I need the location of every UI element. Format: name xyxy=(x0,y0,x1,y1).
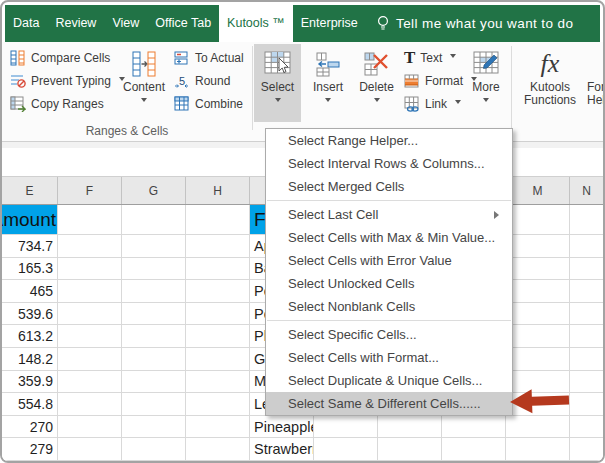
amount-cell[interactable]: 734.7 xyxy=(2,235,58,257)
menu-item-select-range-helper[interactable]: Select Range Helper... xyxy=(266,129,512,152)
menu-separator xyxy=(267,200,511,201)
to-actual-label: To Actual xyxy=(195,51,244,65)
amount-header-cell[interactable]: Amount xyxy=(2,205,58,234)
menu-item-select-duplicate-unique-cells[interactable]: Select Duplicate & Unique Cells... xyxy=(266,369,512,392)
round-button[interactable]: 5 Round xyxy=(174,70,230,91)
empty-cell[interactable] xyxy=(58,303,122,325)
empty-cell[interactable] xyxy=(58,205,122,234)
empty-cell[interactable] xyxy=(58,348,122,370)
text-icon: T xyxy=(404,48,415,68)
tab-data[interactable]: Data xyxy=(5,5,47,42)
empty-cell[interactable] xyxy=(58,258,122,280)
tab-enterprise[interactable]: Enterprise xyxy=(293,5,366,42)
empty-cell[interactable] xyxy=(58,371,122,393)
tab-office-tab[interactable]: Office Tab xyxy=(147,5,219,42)
amount-cell[interactable]: 279 xyxy=(2,438,58,460)
menu-item-select-cells-with-format[interactable]: Select Cells with Format... xyxy=(266,346,512,369)
column-header-h[interactable]: H xyxy=(186,177,250,204)
empty-cell[interactable] xyxy=(122,393,186,415)
empty-cell[interactable] xyxy=(122,438,186,460)
amount-cell[interactable]: 539.6 xyxy=(2,303,58,325)
empty-cell[interactable] xyxy=(122,235,186,257)
empty-cell[interactable] xyxy=(122,325,186,347)
empty-cell[interactable] xyxy=(186,280,250,302)
link-button[interactable]: Link xyxy=(404,93,461,114)
select-label: Select xyxy=(261,81,294,94)
column-header-n[interactable]: N xyxy=(570,177,603,204)
tab-view[interactable]: View xyxy=(104,5,147,42)
menu-item-select-unlocked-cells[interactable]: Select Unlocked Cells xyxy=(266,272,512,295)
menu-item-select-cells-error-value[interactable]: Select Cells with Error Value xyxy=(266,249,512,272)
empty-cell[interactable] xyxy=(122,348,186,370)
empty-cell[interactable] xyxy=(186,371,250,393)
insert-label: Insert xyxy=(313,81,343,94)
amount-cell[interactable]: 148.2 xyxy=(2,348,58,370)
content-button[interactable]: Content xyxy=(120,44,168,122)
more-button[interactable]: More xyxy=(464,44,508,122)
empty-cell[interactable] xyxy=(58,235,122,257)
menu-item-select-specific-cells[interactable]: Select Specific Cells... xyxy=(266,323,512,346)
empty-cell[interactable] xyxy=(186,393,250,415)
column-header-m[interactable]: M xyxy=(506,177,570,204)
menu-item-select-same-different-cells[interactable]: Select Same & Different Cells...... xyxy=(266,392,512,415)
amount-cell[interactable]: 270 xyxy=(2,416,58,438)
amount-cell[interactable]: 613.2 xyxy=(2,325,58,347)
combine-button[interactable]: Combine xyxy=(174,93,243,114)
empty-cell[interactable] xyxy=(186,325,250,347)
formula-helper-button-clipped[interactable]: Formula Helper xyxy=(587,44,603,122)
fx-icon: fx xyxy=(541,49,560,79)
amount-cell[interactable]: 165.3 xyxy=(2,258,58,280)
link-icon xyxy=(404,96,420,112)
empty-cell[interactable] xyxy=(122,303,186,325)
combine-label: Combine xyxy=(195,97,243,111)
menu-item-select-interval-rows-columns[interactable]: Select Interval Rows & Columns... xyxy=(266,152,512,175)
text-button[interactable]: T Text xyxy=(404,47,456,68)
empty-cell[interactable] xyxy=(58,416,122,438)
empty-cell[interactable] xyxy=(58,438,122,460)
column-header-g[interactable]: G xyxy=(122,177,186,204)
empty-cell[interactable] xyxy=(58,280,122,302)
empty-cell[interactable] xyxy=(186,235,250,257)
ribbon: Compare Cells Prevent Typing Copy Ranges xyxy=(2,42,603,142)
amount-cell[interactable]: 465 xyxy=(2,280,58,302)
amount-cell[interactable]: 554.8 xyxy=(2,393,58,415)
dropdown-caret-icon xyxy=(450,54,456,61)
empty-cell[interactable] xyxy=(186,258,250,280)
insert-button[interactable]: Insert xyxy=(305,44,351,122)
to-actual-icon xyxy=(174,50,190,66)
column-header-e[interactable]: E xyxy=(2,177,58,204)
menu-item-select-merged-cells[interactable]: Select Merged Cells xyxy=(266,175,512,198)
empty-cell[interactable] xyxy=(122,371,186,393)
empty-cell[interactable] xyxy=(186,348,250,370)
empty-cell[interactable] xyxy=(58,325,122,347)
prevent-typing-button[interactable]: Prevent Typing xyxy=(10,70,125,91)
empty-cell[interactable] xyxy=(122,280,186,302)
empty-cell[interactable] xyxy=(186,303,250,325)
tell-me-box[interactable]: Tell me what you want to do xyxy=(377,5,573,42)
menu-item-select-nonblank-cells[interactable]: Select Nonblank Cells xyxy=(266,295,512,318)
column-header-f[interactable]: F xyxy=(58,177,122,204)
fruit-cell[interactable]: Strawberry xyxy=(250,438,314,460)
empty-cell[interactable] xyxy=(186,205,250,234)
to-actual-button[interactable]: To Actual xyxy=(174,47,244,68)
tab-kutools[interactable]: Kutools ™ xyxy=(219,5,293,42)
amount-cell[interactable]: 359.9 xyxy=(2,371,58,393)
copy-ranges-label: Copy Ranges xyxy=(31,97,104,111)
ribbon-tab-bar: Data Review View Office Tab Kutools ™ En… xyxy=(5,5,600,42)
copy-ranges-button[interactable]: Copy Ranges xyxy=(10,93,104,114)
menu-item-select-cells-max-min[interactable]: Select Cells with Max & Min Value... xyxy=(266,226,512,249)
select-button[interactable]: Select xyxy=(254,44,301,122)
empty-cell[interactable] xyxy=(186,416,250,438)
group-label-ranges-cells: Ranges & Cells xyxy=(2,124,252,138)
compare-cells-button[interactable]: Compare Cells xyxy=(10,47,110,68)
kutools-functions-button[interactable]: fx Kutools Functions xyxy=(515,44,585,122)
delete-button[interactable]: Delete xyxy=(353,44,400,122)
menu-item-select-last-cell[interactable]: Select Last Cell xyxy=(266,203,512,226)
empty-cell[interactable] xyxy=(122,258,186,280)
fruit-cell[interactable]: Pineapple xyxy=(250,416,314,438)
empty-cell[interactable] xyxy=(58,393,122,415)
empty-cell[interactable] xyxy=(122,416,186,438)
empty-cell[interactable] xyxy=(186,438,250,460)
empty-cell[interactable] xyxy=(122,205,186,234)
tab-review[interactable]: Review xyxy=(47,5,104,42)
